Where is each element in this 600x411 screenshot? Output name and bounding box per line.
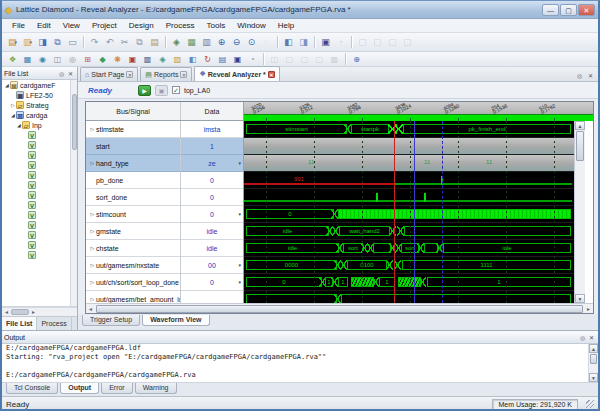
signal-row-uut-ch-sort-sort-loop-done[interactable]: ▷uut/ch/sort/sort_loop_done [86,274,180,291]
wave-row-gmstate[interactable]: idlewait_hand2 [244,223,574,240]
wave-row-uut-gamesm-nxstate[interactable]: 000001001111 [244,257,574,274]
screenshot-icon[interactable]: ▣ [318,36,333,49]
copy-icon[interactable]: ⧉ [132,36,147,49]
programmer-icon[interactable]: ▤ [215,53,230,65]
menu-edit[interactable]: Edit [31,21,57,30]
expand-icon[interactable]: ▷ [89,211,96,217]
data-column-header[interactable]: Data [181,102,244,120]
export-icon[interactable]: ↶ [102,36,117,49]
tree-item-verilog-file[interactable]: V [2,140,77,150]
spreadsheet-view-icon[interactable]: ▦ [184,36,199,49]
tree-item-verilog-file[interactable]: V [2,240,77,250]
wave-row-start[interactable] [244,138,574,155]
wave-row-hand-type[interactable]: 111111 [244,155,574,172]
expand-icon[interactable]: ▷ [89,160,96,166]
tree-item-verilog-file[interactable]: V [2,250,77,260]
signal-data-cell[interactable]: 0▾ [181,274,243,291]
wave-row-uut-gamesm-bet-amount-int[interactable] [244,291,574,303]
tab-reports[interactable]: ▤Reports✕ [140,67,192,81]
bitstream-icon[interactable]: ◎ [65,53,80,65]
signal-data-cell[interactable] [181,291,243,303]
logic-analyzer-icon[interactable]: ▣ [230,53,245,65]
tree-item-verilog-file[interactable]: V [2,150,77,160]
floorplan-icon[interactable]: ◧ [185,53,200,65]
waveform-area[interactable]: stimstartstartpkpk_finish_end1111119910i… [244,121,574,303]
signal-row-gmstate[interactable]: ▷gmstate [86,223,180,240]
core-checkbox[interactable]: ✓ [172,86,180,94]
tab-warning[interactable]: Warning [135,383,177,394]
signal-row-stimcount[interactable]: ▷stimcount [86,206,180,223]
close-tab-icon[interactable]: ✕ [126,71,133,78]
tab-waveform-view[interactable]: Waveform View [142,315,209,326]
close-tab-icon[interactable]: ✕ [180,71,187,78]
wave-row-stimstate[interactable]: stimstartstartpkpk_finish_end [244,121,574,138]
close-tab-icon[interactable]: ✕ [268,71,275,78]
bus-signal-column-header[interactable]: Bus/Signal [86,102,181,120]
tab-process[interactable]: Process [37,317,71,330]
split-vertical-icon[interactable]: ◨ [296,36,311,49]
signal-row-start[interactable]: start [86,138,180,155]
cut-icon[interactable]: ✂ [117,36,132,49]
synthesize-icon[interactable]: ❖ [5,53,20,65]
tree-item-verilog-file[interactable]: V [2,220,77,230]
navigate-icon[interactable]: ◈ [169,36,184,49]
capture-overview-bar[interactable] [244,114,593,121]
expand-icon[interactable]: ▷ [89,245,96,251]
tree-item-verilog-file[interactable]: V [2,210,77,220]
scroll-down-icon[interactable]: ▼ [589,373,598,382]
stop-button[interactable]: ▣ [155,85,168,96]
tab-error[interactable]: Error [101,383,133,394]
wave-row-stimcount[interactable]: 0 [244,206,574,223]
reveal-inserter-icon[interactable]: ◈ [155,53,170,65]
wave-row-uut-ch-sort-sort-loop-done[interactable]: 01111 [244,274,574,291]
report-view-icon[interactable]: ▥ [199,36,214,49]
signal-row-uut-gamesm-bet-amount-int[interactable]: ▷uut/gamesm/bet_amount_int [86,291,180,303]
close-icon[interactable]: ✕ [587,334,596,341]
tab-output[interactable]: Output [60,383,99,394]
minimize-button[interactable]: — [542,4,559,16]
tab-trigger-setup[interactable]: Trigger Setup [82,315,140,326]
signal-data-cell[interactable]: 0 [181,172,243,189]
paste-icon[interactable]: ▤ [147,36,162,49]
timing-analysis-icon[interactable]: ❋ [110,53,125,65]
netlist-icon[interactable]: ◆ [95,53,110,65]
menu-process[interactable]: Process [160,21,201,30]
dropdown-arrow-icon[interactable]: ▾ [238,160,241,166]
tree-item-strateg[interactable]: ▷▱Strateg [2,100,77,110]
expand-icon[interactable]: ▷ [89,126,96,132]
power-calc-icon[interactable]: ▣ [125,53,140,65]
output-vscrollbar[interactable]: ▲ ▼ [588,344,598,382]
tab-file-list[interactable]: File List [2,317,37,330]
signal-row-hand-type[interactable]: ▷hand_type [86,155,180,172]
wave-row-chstate[interactable]: idlesortsortidle [244,240,574,257]
tree-item-verilog-file[interactable]: V [2,190,77,200]
tab-tcl-console[interactable]: Tcl Console [6,383,58,394]
maximize-button[interactable]: ▢ [560,4,577,16]
pin-icon[interactable]: ◎ [575,72,584,79]
file-tree-vscrollbar[interactable] [70,80,77,306]
scroll-right-icon[interactable]: ► [29,309,38,315]
waveform-vscrollbar[interactable]: ▲ ▼ [574,121,585,303]
file-tree-hscrollbar[interactable]: ◄ ► [2,307,77,316]
signal-row-chstate[interactable]: ▷chstate [86,240,180,257]
tree-item-lfe2-50[interactable]: ▦LFE2-50 [2,90,77,100]
dropdown-arrow-icon[interactable]: ▾ [30,39,33,45]
scroll-up-icon[interactable]: ▲ [575,121,585,130]
signal-data-cell[interactable]: 00▾ [181,257,243,274]
menu-tools[interactable]: Tools [201,21,232,30]
titlebar[interactable]: ◆ Lattice Diamond - Reveal Analyzer - E:… [2,1,598,19]
signal-data-cell[interactable]: 0 [181,189,243,206]
close-button[interactable]: ✕ [578,4,595,16]
signal-row-uut-gamesm-nxstate[interactable]: ▷uut/gamesm/nxstate [86,257,180,274]
dropdown-arrow-icon[interactable]: ▾ [238,211,241,217]
signal-data-cell[interactable]: ze▾ [181,155,243,172]
ipexpress-icon[interactable]: ▩ [140,53,155,65]
tree-item-verilog-file[interactable]: V [2,230,77,240]
tab-start-page[interactable]: ⌂Start Page✕ [80,67,138,81]
save-all-icon[interactable]: ⧉ [50,36,65,49]
expand-icon[interactable]: ▷ [89,228,96,234]
signal-data-cell[interactable]: idle [181,240,243,257]
signal-data-cell[interactable]: 1 [181,138,243,155]
zoom-out-icon[interactable]: ⊖ [229,36,244,49]
expand-icon[interactable]: ▷ [89,296,96,302]
